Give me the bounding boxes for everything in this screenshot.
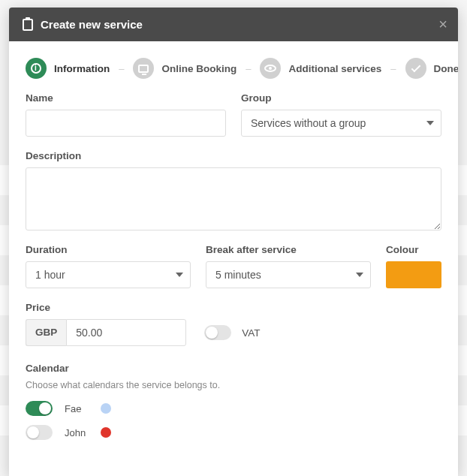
calendar-item-john: John (26, 425, 441, 440)
calendar-name: Fae (65, 403, 89, 414)
calendar-item-fae: Fae (26, 401, 441, 416)
step-additional-services[interactable]: Additional services (260, 58, 381, 79)
check-icon (405, 58, 426, 79)
duration-label: Duration (26, 244, 191, 255)
monitor-icon (133, 58, 154, 79)
clipboard-icon (23, 19, 33, 31)
duration-select[interactable]: 1 hour (26, 261, 191, 288)
step-online-booking[interactable]: Online Booking (133, 58, 237, 79)
step-separator: – (244, 63, 252, 74)
name-label: Name (26, 92, 226, 104)
create-service-modal: Create new service × Information – Onlin… (9, 8, 458, 476)
step-separator: – (117, 63, 125, 74)
modal-title: Create new service (41, 18, 143, 31)
colour-swatch[interactable] (386, 261, 441, 288)
description-input[interactable] (26, 167, 441, 230)
step-label: Done (434, 63, 459, 74)
break-after-select[interactable]: 5 minutes (206, 261, 371, 288)
price-group: GBP (26, 319, 186, 346)
step-information[interactable]: Information (26, 58, 110, 79)
colour-label: Colour (386, 244, 441, 255)
break-after-label: Break after service (206, 244, 371, 255)
step-done[interactable]: Done (405, 58, 459, 79)
calendar-name: John (65, 427, 89, 438)
calendar-dot (101, 403, 111, 414)
group-label: Group (241, 92, 441, 104)
modal-header: Create new service × (9, 8, 458, 41)
step-label: Online Booking (161, 63, 237, 74)
step-separator: – (389, 63, 397, 74)
calendar-dot (101, 427, 111, 438)
calendar-toggle[interactable] (26, 425, 53, 440)
step-label: Additional services (288, 63, 381, 74)
currency-label: GBP (26, 319, 66, 346)
step-label: Information (54, 63, 110, 74)
stepper: Information – Online Booking – Additiona… (9, 41, 458, 92)
close-icon[interactable]: × (438, 17, 447, 32)
name-input[interactable] (26, 110, 226, 137)
vat-toggle[interactable] (204, 325, 231, 340)
calendar-toggle[interactable] (26, 401, 53, 416)
price-label: Price (26, 302, 186, 313)
form-content: Name Group Services without a group Desc… (9, 92, 458, 476)
description-label: Description (26, 150, 441, 161)
info-icon (26, 58, 47, 79)
calendar-list: Fae John (26, 401, 441, 440)
eye-icon (260, 58, 281, 79)
price-input[interactable] (66, 319, 186, 346)
calendar-label: Calendar (26, 363, 441, 374)
group-select[interactable]: Services without a group (241, 110, 441, 137)
calendar-hint: Choose what calendars the service belong… (26, 380, 441, 390)
vat-label: VAT (242, 327, 260, 339)
